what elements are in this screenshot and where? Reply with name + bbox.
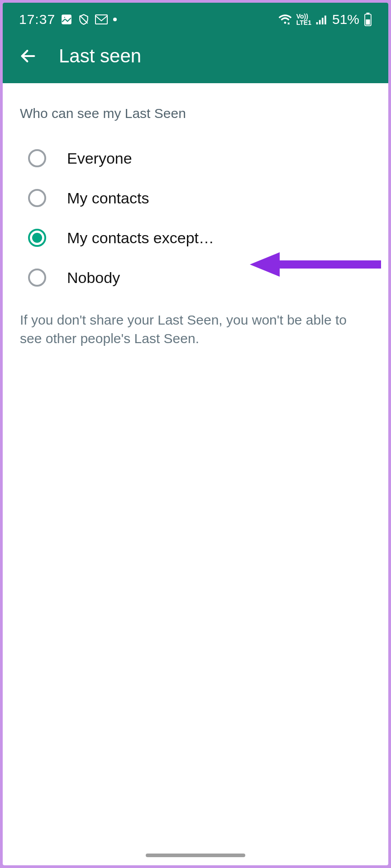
svg-rect-7: [324, 15, 326, 24]
notification-dot-icon: [113, 18, 117, 21]
radio-label: My contacts except…: [67, 229, 214, 247]
status-right: Vo)) LTE1 51%: [278, 12, 372, 27]
picture-icon: [61, 14, 72, 25]
volte-icon: Vo)) LTE1: [296, 13, 311, 26]
battery-percent: 51%: [332, 12, 359, 27]
header: 17:37 Vo)) LTE1: [3, 3, 388, 83]
svg-point-1: [64, 17, 66, 19]
status-left: 17:37: [19, 12, 117, 27]
radio-option-everyone[interactable]: Everyone: [15, 138, 376, 178]
radio-icon-selected: [28, 229, 46, 247]
shield-off-icon: [78, 14, 90, 25]
volte-top: Vo)): [296, 13, 311, 19]
page-title: Last seen: [59, 45, 141, 67]
radio-option-my-contacts[interactable]: My contacts: [15, 178, 376, 218]
radio-label: Nobody: [67, 269, 120, 287]
screen: 17:37 Vo)) LTE1: [3, 3, 388, 865]
volte-bottom: LTE1: [296, 19, 311, 26]
back-arrow-icon[interactable]: [19, 47, 37, 65]
svg-rect-4: [316, 22, 318, 24]
svg-rect-6: [322, 18, 324, 24]
battery-icon: [364, 13, 372, 26]
app-bar: Last seen: [3, 32, 388, 83]
radio-option-nobody[interactable]: Nobody: [15, 258, 376, 297]
radio-label: My contacts: [67, 189, 149, 207]
section-title: Who can see my Last Seen: [15, 106, 376, 121]
radio-list: Everyone My contacts My contacts except……: [15, 138, 376, 297]
svg-rect-10: [366, 19, 370, 25]
radio-label: Everyone: [67, 150, 132, 167]
content: Who can see my Last Seen Everyone My con…: [3, 83, 388, 348]
gmail-icon: [95, 14, 108, 24]
radio-icon: [28, 189, 46, 207]
footer-note: If you don't share your Last Seen, you w…: [15, 297, 376, 348]
radio-icon: [28, 149, 46, 167]
svg-rect-3: [95, 15, 107, 24]
home-indicator[interactable]: [146, 854, 245, 857]
radio-icon: [28, 269, 46, 287]
status-time: 17:37: [19, 12, 55, 27]
radio-option-my-contacts-except[interactable]: My contacts except…: [15, 218, 376, 258]
wifi-icon: [278, 14, 292, 25]
status-bar: 17:37 Vo)) LTE1: [3, 3, 388, 32]
svg-rect-5: [319, 20, 321, 24]
signal-icon: [316, 14, 328, 24]
